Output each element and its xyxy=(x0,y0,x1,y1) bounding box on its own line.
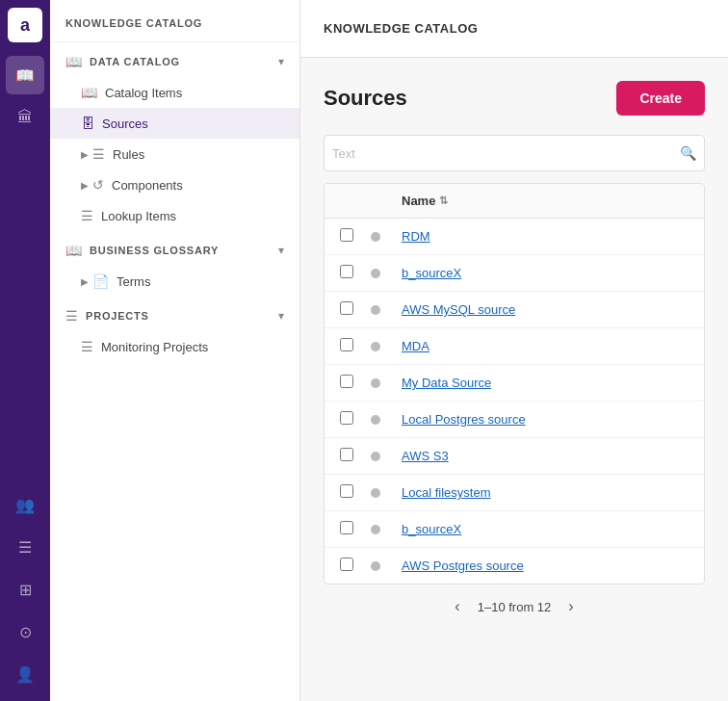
nav-connections[interactable]: ⊙ xyxy=(6,612,44,651)
knowledge-catalog-title: KNOWLEDGE CATALOG xyxy=(324,21,478,36)
sources-icon: 🗄 xyxy=(81,116,94,131)
table-row: Local Postgres source xyxy=(325,402,704,438)
nav-grid[interactable]: ⊞ xyxy=(6,570,44,609)
create-button[interactable]: Create xyxy=(616,81,705,116)
header-name-col[interactable]: Name ⇅ xyxy=(402,194,689,208)
row-checkbox-col[interactable] xyxy=(340,301,371,318)
sidebar-item-terms[interactable]: ▶ 📄 Terms xyxy=(50,266,299,297)
next-page-button[interactable]: › xyxy=(562,596,579,617)
row-checkbox[interactable] xyxy=(340,484,353,498)
row-name-link[interactable]: RDM xyxy=(402,229,430,244)
page-info: 1–10 from 12 xyxy=(478,600,552,614)
row-checkbox-col[interactable] xyxy=(340,228,371,245)
search-input[interactable] xyxy=(363,146,680,161)
nav-user[interactable]: 👤 xyxy=(6,655,44,693)
sidebar-item-catalog-items[interactable]: 📖 Catalog Items xyxy=(50,77,299,108)
app-logo: a xyxy=(8,8,42,42)
row-checkbox-col[interactable] xyxy=(340,411,371,428)
terms-expand-arrow: ▶ xyxy=(81,276,89,287)
table-row: My Data Source xyxy=(325,365,704,402)
search-icon[interactable]: 🔍 xyxy=(680,145,696,161)
row-status-col xyxy=(371,561,402,571)
row-name-link[interactable]: AWS S3 xyxy=(402,449,449,463)
table-row: Local filesystem xyxy=(325,475,704,511)
row-name-link[interactable]: b_sourceX xyxy=(402,522,461,536)
app-title-sidebar: KNOWLEDGE CATALOG xyxy=(50,0,299,42)
row-checkbox[interactable] xyxy=(340,375,353,388)
status-dot xyxy=(371,305,380,315)
row-name-col: b_sourceX xyxy=(402,522,689,536)
nav-building[interactable]: 🏛 xyxy=(6,98,44,137)
section-projects[interactable]: ☰ PROJECTS ▾ xyxy=(50,297,299,331)
table-body: RDM b_sourceX AWS MySQL source MDA xyxy=(325,219,704,584)
table-row: AWS MySQL source xyxy=(325,292,704,328)
rules-icon: ☰ xyxy=(92,146,105,162)
row-checkbox[interactable] xyxy=(340,301,353,315)
row-status-col xyxy=(371,415,402,425)
nav-people[interactable]: 👥 xyxy=(6,485,44,524)
status-dot xyxy=(371,452,380,461)
sidebar-item-components[interactable]: ▶ ↺ Components xyxy=(50,169,299,200)
status-dot xyxy=(371,488,380,498)
prev-page-button[interactable]: ‹ xyxy=(449,596,465,617)
row-name-link[interactable]: Local Postgres source xyxy=(402,412,526,427)
row-name-link[interactable]: AWS Postgres source xyxy=(402,558,524,573)
row-status-col xyxy=(371,269,402,278)
row-checkbox-col[interactable] xyxy=(340,375,371,391)
table-row: b_sourceX xyxy=(325,255,704,292)
row-status-col xyxy=(371,525,402,534)
row-name-link[interactable]: My Data Source xyxy=(402,376,491,390)
catalog-items-icon: 📖 xyxy=(81,85,97,100)
sort-arrows-icon[interactable]: ⇅ xyxy=(439,195,448,207)
data-catalog-icon: 📖 xyxy=(65,54,82,69)
row-checkbox-col[interactable] xyxy=(340,484,371,501)
row-checkbox-col[interactable] xyxy=(340,338,371,354)
row-checkbox-col[interactable] xyxy=(340,448,371,464)
sidebar-item-sources[interactable]: 🗄 Sources xyxy=(50,108,299,139)
table-row: RDM xyxy=(325,219,704,255)
row-checkbox[interactable] xyxy=(340,265,353,278)
nav-catalog[interactable]: 📖 xyxy=(6,56,44,94)
business-glossary-chevron: ▾ xyxy=(278,244,284,257)
status-dot xyxy=(371,415,380,425)
section-data-catalog[interactable]: 📖 DATA CATALOG ▾ xyxy=(50,42,299,77)
row-name-link[interactable]: AWS MySQL source xyxy=(402,302,515,317)
status-dot xyxy=(371,378,380,388)
page-header: Sources Create xyxy=(324,81,705,116)
row-checkbox[interactable] xyxy=(340,448,353,461)
components-icon: ↺ xyxy=(92,177,104,193)
sidebar-item-rules[interactable]: ▶ ☰ Rules xyxy=(50,139,299,169)
status-dot xyxy=(371,342,380,351)
data-table: Name ⇅ RDM b_sourceX xyxy=(324,183,705,584)
status-dot xyxy=(371,525,380,534)
nav-list[interactable]: ☰ xyxy=(6,528,44,566)
row-checkbox[interactable] xyxy=(340,228,353,242)
page-title: Sources xyxy=(324,86,407,111)
row-name-col: RDM xyxy=(402,229,689,244)
components-expand-arrow: ▶ xyxy=(81,180,89,191)
table-row: MDA xyxy=(325,328,704,365)
row-name-link[interactable]: Local filesystem xyxy=(402,485,490,500)
row-checkbox[interactable] xyxy=(340,521,353,534)
row-name-link[interactable]: b_sourceX xyxy=(402,266,461,280)
row-name-link[interactable]: MDA xyxy=(402,339,429,353)
row-checkbox-col[interactable] xyxy=(340,265,371,281)
row-checkbox-col[interactable] xyxy=(340,558,371,574)
row-checkbox[interactable] xyxy=(340,338,353,351)
main-content: KNOWLEDGE CATALOG Sources Create Text 🔍 … xyxy=(300,0,728,701)
row-checkbox[interactable] xyxy=(340,558,353,571)
sidebar-item-monitoring-projects[interactable]: ☰ Monitoring Projects xyxy=(50,331,299,362)
main-header: KNOWLEDGE CATALOG xyxy=(300,0,728,58)
projects-icon: ☰ xyxy=(65,308,78,324)
row-status-col xyxy=(371,305,402,315)
row-checkbox[interactable] xyxy=(340,411,353,425)
sidebar: KNOWLEDGE CATALOG 📖 DATA CATALOG ▾ 📖 Cat… xyxy=(50,0,300,701)
row-name-col: b_sourceX xyxy=(402,266,689,280)
row-status-col xyxy=(371,232,402,242)
row-checkbox-col[interactable] xyxy=(340,521,371,537)
page-area: Sources Create Text 🔍 Name ⇅ xyxy=(300,58,728,701)
section-business-glossary[interactable]: 📖 BUSINESS GLOSSARY ▾ xyxy=(50,231,299,266)
row-name-col: My Data Source xyxy=(402,376,689,390)
sidebar-item-lookup-items[interactable]: ☰ Lookup Items xyxy=(50,200,299,231)
rules-expand-arrow: ▶ xyxy=(81,149,89,160)
